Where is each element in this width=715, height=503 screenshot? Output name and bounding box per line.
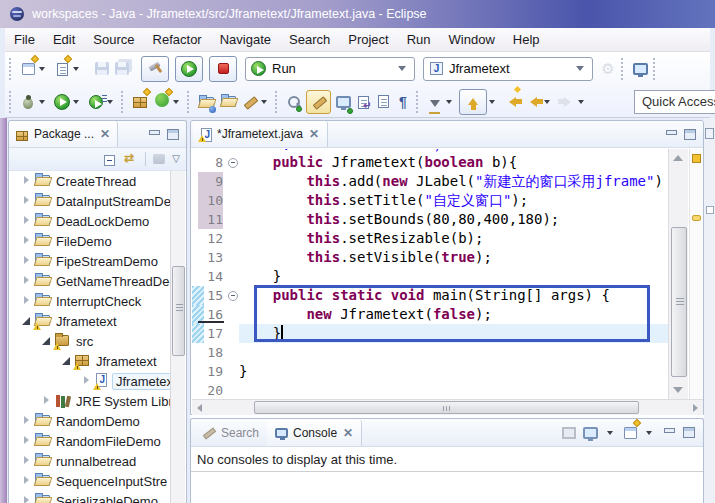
menu-refactor[interactable]: Refactor: [144, 29, 211, 50]
dropdown-chevron-icon[interactable]: [107, 100, 113, 104]
editor-minimize-button[interactable]: [665, 129, 678, 140]
tree-collapsed-icon[interactable]: [22, 216, 32, 226]
console-maximize-button[interactable]: [683, 427, 695, 438]
editor-vscrollbar-thumb[interactable]: [671, 227, 687, 377]
search-person-button[interactable]: [285, 93, 303, 111]
tree-item-jframetext[interactable]: Jframetext: [10, 351, 185, 371]
pin-console-icon[interactable]: [562, 427, 576, 439]
tree-collapsed-icon[interactable]: [82, 376, 92, 386]
editor-horizontal-scrollbar[interactable]: [192, 399, 703, 415]
quick-access-input[interactable]: Quick Access: [634, 90, 715, 114]
open-console-chevron-icon[interactable]: [646, 431, 652, 435]
tree-expanded-icon[interactable]: [22, 316, 32, 326]
tree-scrollbar[interactable]: [170, 171, 185, 503]
tree-item-getnamethreadde[interactable]: GetNameThreadDe: [10, 271, 185, 291]
tree-item-jframetext[interactable]: Jframetext: [10, 311, 185, 331]
tree-item-serializabledemo[interactable]: SerializableDemo: [10, 491, 185, 503]
run-button[interactable]: [53, 93, 71, 111]
editor-maximize-button[interactable]: [684, 129, 696, 140]
console-tab-close-icon[interactable]: ✕: [343, 426, 353, 440]
menu-help[interactable]: Help: [504, 29, 549, 50]
view-menu-chevron-icon[interactable]: ▽: [172, 154, 180, 164]
show-whitespace-button[interactable]: ¶: [394, 93, 412, 111]
menu-run[interactable]: Run: [398, 29, 440, 50]
tree-collapsed-icon[interactable]: [22, 196, 32, 206]
minimized-view-icon[interactable]: [706, 206, 714, 214]
tree-item-sequenceinputstre[interactable]: SequenceInputStre: [10, 471, 185, 491]
tree-item-fipestreamdemo[interactable]: FipeStreamDemo: [10, 251, 185, 271]
menu-file[interactable]: File: [5, 29, 44, 50]
new-wizard-button[interactable]: [19, 60, 37, 78]
package-explorer-close-icon[interactable]: ✕: [100, 127, 110, 141]
overview-marker-warning[interactable]: [692, 215, 701, 221]
tree-item-datainputstreamde[interactable]: DataInputStreamDe: [10, 191, 185, 211]
open-folder-button[interactable]: [219, 93, 237, 111]
dropdown-chevron-icon[interactable]: [39, 100, 45, 104]
tree-collapsed-icon[interactable]: [22, 436, 32, 446]
new-class-button[interactable]: [153, 93, 171, 111]
open-type-button[interactable]: [197, 93, 215, 111]
terminate-button[interactable]: [209, 56, 237, 82]
tree-item-createthread[interactable]: CreateThread: [10, 171, 185, 191]
menu-project[interactable]: Project: [339, 29, 397, 50]
console-minimize-button[interactable]: [663, 427, 676, 438]
display-selected-console-icon[interactable]: [583, 427, 598, 439]
tree-expanded-icon[interactable]: [42, 336, 52, 346]
tree-item-src[interactable]: src: [10, 331, 185, 351]
back-star-button[interactable]: [503, 93, 521, 111]
display-console-chevron-icon[interactable]: [607, 431, 613, 435]
monitor-green-button[interactable]: [334, 93, 352, 111]
doc-arrow-button[interactable]: ↵: [354, 93, 372, 111]
new-java-project-button[interactable]: [53, 60, 71, 78]
console-view-button[interactable]: [631, 60, 649, 78]
launch-target-combo[interactable]: JJframetext: [423, 57, 593, 81]
tree-item-randomfiledemo[interactable]: RandomFileDemo: [10, 431, 185, 451]
tree-expanded-icon[interactable]: [62, 356, 72, 366]
gear-button[interactable]: ⚙: [599, 60, 617, 78]
menu-search[interactable]: Search: [280, 29, 339, 50]
overview-marker-top[interactable]: [692, 154, 701, 163]
package-explorer-minimize-button[interactable]: [148, 129, 161, 140]
dropdown-chevron-icon[interactable]: [261, 100, 267, 104]
dropdown-chevron-icon[interactable]: [446, 100, 452, 104]
tree-collapsed-icon[interactable]: [22, 256, 32, 266]
tree-scrollbar-thumb[interactable]: [172, 266, 185, 356]
run-mode-combo[interactable]: Run: [245, 57, 415, 81]
tree-collapsed-icon[interactable]: [22, 416, 32, 426]
mark-pen-button[interactable]: [241, 93, 259, 111]
tree-item-deadlockdemo[interactable]: DeadLockDemo: [10, 211, 185, 231]
save-button[interactable]: [93, 60, 111, 78]
tree-collapsed-icon[interactable]: [22, 296, 32, 306]
editor-vertical-scrollbar[interactable]: [668, 149, 688, 399]
editor-tab-close-icon[interactable]: ✕: [309, 127, 319, 141]
last-edit-location-button[interactable]: [426, 93, 444, 111]
tab-search[interactable]: Search: [195, 420, 267, 446]
fold-minus-icon[interactable]: [227, 153, 238, 172]
dropdown-chevron-icon[interactable]: [544, 100, 550, 104]
view-menu-icon[interactable]: [151, 151, 167, 167]
tree-collapsed-icon[interactable]: [22, 496, 32, 503]
dropdown-chevron-icon[interactable]: [73, 67, 79, 71]
dropdown-chevron-icon[interactable]: [489, 100, 495, 104]
run-history-button[interactable]: [87, 93, 105, 111]
tree-collapsed-icon[interactable]: [22, 236, 32, 246]
collapse-all-button[interactable]: [103, 151, 119, 167]
run-last-button[interactable]: [175, 56, 203, 82]
menu-window[interactable]: Window: [440, 29, 504, 50]
toggle-mark-occurrences-button[interactable]: [306, 90, 331, 114]
tree-item-jre-system-libr[interactable]: JRE System Libr: [10, 391, 185, 411]
tree-collapsed-icon[interactable]: [22, 456, 32, 466]
dropdown-chevron-icon[interactable]: [578, 100, 584, 104]
tree-item-filedemo[interactable]: FileDemo: [10, 231, 185, 251]
editor-tab[interactable]: *Jframetext.java ✕: [193, 121, 328, 147]
editor-hscrollbar-thumb[interactable]: [254, 401, 639, 414]
tree-collapsed-icon[interactable]: [42, 396, 52, 406]
previous-annotation-button[interactable]: [459, 89, 487, 115]
tree-collapsed-icon[interactable]: [22, 176, 32, 186]
menu-navigate[interactable]: Navigate: [211, 29, 280, 50]
dropdown-chevron-icon[interactable]: [73, 100, 79, 104]
package-explorer-tab[interactable]: Package ... ✕: [9, 121, 118, 147]
open-console-icon[interactable]: [624, 424, 637, 442]
menu-edit[interactable]: Edit: [44, 29, 84, 50]
dropdown-chevron-icon[interactable]: [173, 100, 179, 104]
